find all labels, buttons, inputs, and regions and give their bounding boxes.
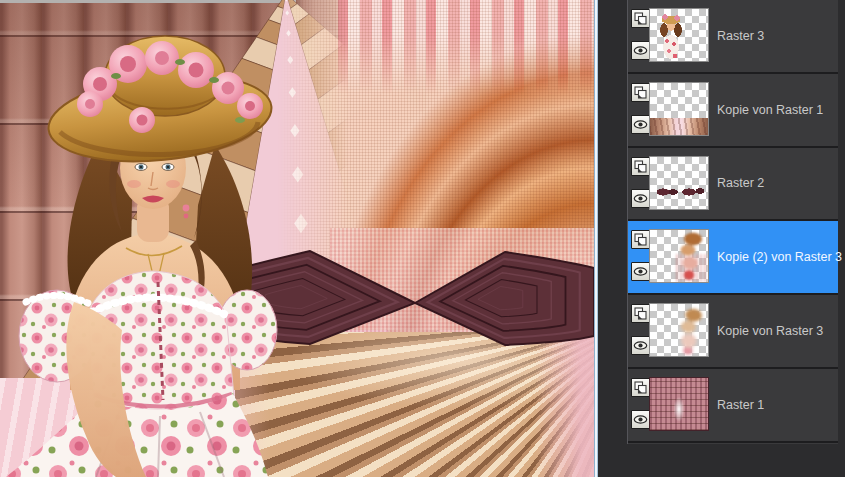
raster-layer-icon[interactable] xyxy=(631,230,650,249)
layer-name: Kopie von Raster 1 xyxy=(717,103,823,117)
canvas-floor-left xyxy=(0,378,235,477)
layer-row[interactable]: Raster 1 xyxy=(628,369,838,443)
thumbnail-art xyxy=(657,11,685,61)
thumbnail-art xyxy=(650,378,708,430)
layer-name: Raster 1 xyxy=(717,398,764,412)
layer-name: Kopie (2) von Raster 3 xyxy=(717,250,842,264)
raster-layer-icon[interactable] xyxy=(631,304,650,323)
layer-name: Raster 3 xyxy=(717,29,764,43)
layer-row[interactable]: Raster 3 xyxy=(628,0,838,74)
visibility-eye-icon[interactable] xyxy=(631,189,650,208)
app-screen: Raster 3 Kopie von Raster 1 xyxy=(0,0,845,477)
layer-name: Raster 2 xyxy=(717,176,764,190)
visibility-eye-icon[interactable] xyxy=(631,410,650,429)
raster-layer-icon[interactable] xyxy=(631,9,650,28)
layer-thumbnail[interactable] xyxy=(649,377,709,431)
layer-row[interactable]: Kopie von Raster 3 xyxy=(628,295,838,369)
visibility-eye-icon[interactable] xyxy=(631,336,650,355)
layer-row[interactable]: Raster 2 xyxy=(628,148,838,222)
layers-list: Raster 3 Kopie von Raster 1 xyxy=(627,0,838,444)
image-canvas[interactable] xyxy=(0,0,594,477)
layer-name: Kopie von Raster 3 xyxy=(717,324,823,338)
thumbnail-art xyxy=(673,304,708,357)
layer-thumbnail[interactable] xyxy=(649,229,709,283)
layer-row[interactable]: Kopie von Raster 1 xyxy=(628,74,838,148)
raster-layer-icon[interactable] xyxy=(631,83,650,102)
layer-thumbnail[interactable] xyxy=(649,303,709,357)
layer-thumbnail[interactable] xyxy=(649,156,709,210)
layer-thumbnail[interactable] xyxy=(649,8,709,62)
thumbnail-art xyxy=(653,186,705,199)
thumbnail-art xyxy=(650,118,708,135)
canvas-top-edge xyxy=(0,0,296,3)
raster-layer-icon[interactable] xyxy=(631,157,650,176)
visibility-eye-icon[interactable] xyxy=(631,115,650,134)
raster-layer-icon[interactable] xyxy=(631,378,650,397)
layer-thumbnail[interactable] xyxy=(649,82,709,136)
visibility-eye-icon[interactable] xyxy=(631,41,650,60)
layer-row-selected[interactable]: Kopie (2) von Raster 3 xyxy=(628,221,838,295)
thumbnail-art xyxy=(676,230,708,282)
canvas-path-bottom xyxy=(330,300,500,440)
layers-palette: Raster 3 Kopie von Raster 1 xyxy=(599,0,845,477)
visibility-eye-icon[interactable] xyxy=(631,262,650,281)
